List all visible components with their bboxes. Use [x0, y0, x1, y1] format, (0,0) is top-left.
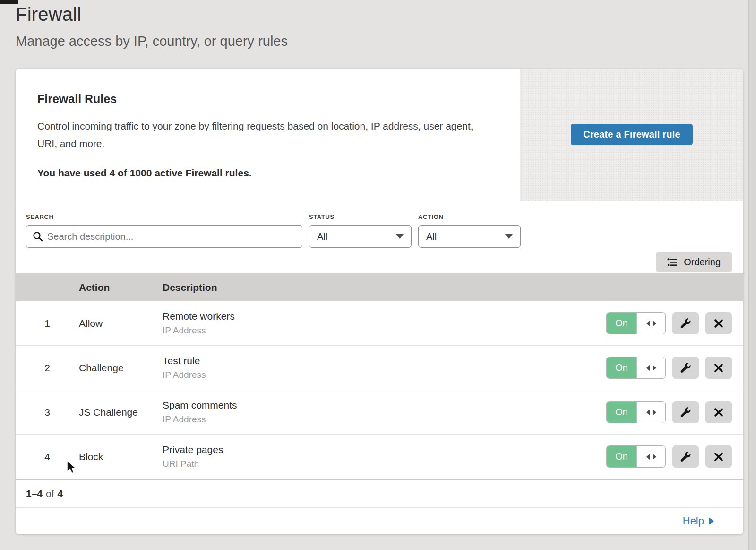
rule-controls: On: [606, 312, 732, 334]
toggle-arrows-icon: [637, 446, 665, 467]
wrench-icon: [680, 318, 691, 329]
window-edge-artifact: [0, 0, 18, 4]
rule-priority: 1: [16, 318, 79, 329]
search-icon: [33, 231, 43, 242]
card-description: Control incoming traffic to your zone by…: [37, 117, 491, 152]
rule-description-cell: Test rule IP Address: [163, 355, 606, 380]
close-icon: [714, 452, 723, 462]
wrench-icon: [680, 451, 691, 463]
status-select[interactable]: All: [309, 225, 412, 248]
toggle-arrows-icon: [637, 402, 665, 423]
ordering-button-label: Ordering: [684, 257, 721, 268]
table-row: 1 Allow Remote workers IP Address On: [16, 301, 743, 346]
delete-rule-button[interactable]: [705, 445, 732, 468]
close-icon: [714, 363, 723, 373]
help-link[interactable]: Help: [683, 515, 714, 527]
delete-rule-button[interactable]: [705, 357, 732, 379]
rule-priority: 3: [16, 407, 79, 418]
toggle-on-label: On: [607, 446, 637, 467]
toggle-on-label: On: [607, 313, 637, 334]
help-arrow-icon: [709, 517, 714, 525]
rule-description: Remote workers: [163, 311, 606, 322]
rule-match-type: IP Address: [163, 370, 606, 380]
chevron-down-icon: [396, 234, 404, 239]
action-select-value: All: [426, 231, 437, 242]
delete-rule-button[interactable]: [705, 312, 732, 334]
action-select[interactable]: All: [418, 225, 521, 248]
delete-rule-button[interactable]: [705, 401, 732, 423]
search-label: SEARCH: [26, 213, 302, 220]
usage-note: You have used 4 of 1000 active Firewall …: [37, 167, 492, 179]
rule-controls: On: [606, 357, 732, 379]
rule-enabled-toggle[interactable]: On: [606, 401, 666, 423]
rule-action: JS Challenge: [79, 407, 163, 418]
rule-match-type: IP Address: [163, 414, 606, 425]
edit-rule-button[interactable]: [672, 357, 699, 379]
toggle-on-label: On: [607, 357, 637, 378]
pagination-range: 1–4: [26, 488, 43, 499]
pagination-total: 4: [58, 488, 63, 499]
pagination-bar: 1–4 of 4: [16, 479, 743, 507]
filter-bar: SEARCH STATUS All ACTION All: [16, 201, 743, 273]
firewall-rules-card: Firewall Rules Control incoming traffic …: [16, 69, 743, 534]
table-header-row: Action Description: [16, 273, 743, 301]
toggle-arrows-icon: [637, 313, 665, 334]
search-field-group: SEARCH: [26, 213, 302, 273]
table-row: 2 Challenge Test rule IP Address On: [16, 346, 743, 390]
create-firewall-rule-button[interactable]: Create a Firewall rule: [571, 124, 693, 145]
help-bar: Help: [16, 507, 743, 534]
card-title: Firewall Rules: [37, 92, 492, 106]
window-right-edge: [748, 0, 756, 550]
wrench-icon: [680, 362, 691, 374]
rule-match-type: URI Path: [163, 459, 606, 469]
search-input[interactable]: [26, 225, 302, 248]
help-link-label: Help: [683, 515, 704, 527]
rule-enabled-toggle[interactable]: On: [606, 357, 666, 379]
search-input-wrap: [26, 225, 302, 248]
rule-controls: On: [606, 445, 732, 468]
wrench-icon: [680, 407, 691, 418]
chevron-down-icon: [505, 234, 513, 239]
edit-rule-button[interactable]: [672, 445, 699, 468]
edit-rule-button[interactable]: [672, 401, 699, 423]
rule-description: Test rule: [163, 355, 606, 367]
rule-priority: 2: [16, 362, 79, 374]
action-column-header: Action: [79, 282, 163, 293]
rule-action: Allow: [79, 318, 163, 329]
status-field-group: STATUS All: [309, 213, 412, 273]
action-field-group: ACTION All: [418, 213, 521, 273]
page-title: Firewall: [16, 4, 288, 25]
intro-text-block: Firewall Rules Control incoming traffic …: [16, 69, 520, 201]
rule-enabled-toggle[interactable]: On: [606, 445, 666, 468]
rule-enabled-toggle[interactable]: On: [606, 312, 666, 334]
intro-section: Firewall Rules Control incoming traffic …: [16, 69, 743, 201]
description-column-header: Description: [163, 282, 743, 293]
close-icon: [714, 319, 723, 328]
page-subtitle: Manage access by IP, country, or query r…: [16, 34, 288, 49]
rule-action: Challenge: [79, 362, 163, 374]
rule-priority: 4: [16, 451, 79, 463]
rule-description: Spam comments: [163, 400, 606, 411]
ordering-button[interactable]: Ordering: [656, 252, 732, 272]
toggle-arrows-icon: [637, 357, 665, 378]
toggle-on-label: On: [607, 402, 637, 423]
status-label: STATUS: [309, 213, 412, 220]
rule-description-cell: Spam comments IP Address: [163, 400, 606, 425]
rule-action: Block: [79, 451, 163, 463]
table-row: 3 JS Challenge Spam comments IP Address …: [16, 390, 743, 435]
action-label: ACTION: [418, 213, 521, 220]
pagination-of: of: [46, 488, 54, 499]
rule-description-cell: Private pages URI Path: [163, 444, 606, 469]
rule-description-cell: Remote workers IP Address: [163, 311, 606, 336]
firewall-page: { "page": { "title": "Firewall", "subtit…: [0, 0, 756, 550]
create-rule-panel: Create a Firewall rule: [520, 69, 743, 201]
table-row: 4 Block Private pages URI Path On: [16, 435, 743, 479]
close-icon: [714, 408, 723, 417]
rule-controls: On: [606, 401, 732, 423]
rule-match-type: IP Address: [163, 325, 606, 336]
edit-rule-button[interactable]: [672, 312, 699, 334]
list-ordering-icon: [667, 258, 678, 267]
status-select-value: All: [317, 231, 327, 242]
page-header: Firewall Manage access by IP, country, o…: [16, 4, 288, 49]
rule-description: Private pages: [163, 444, 606, 455]
